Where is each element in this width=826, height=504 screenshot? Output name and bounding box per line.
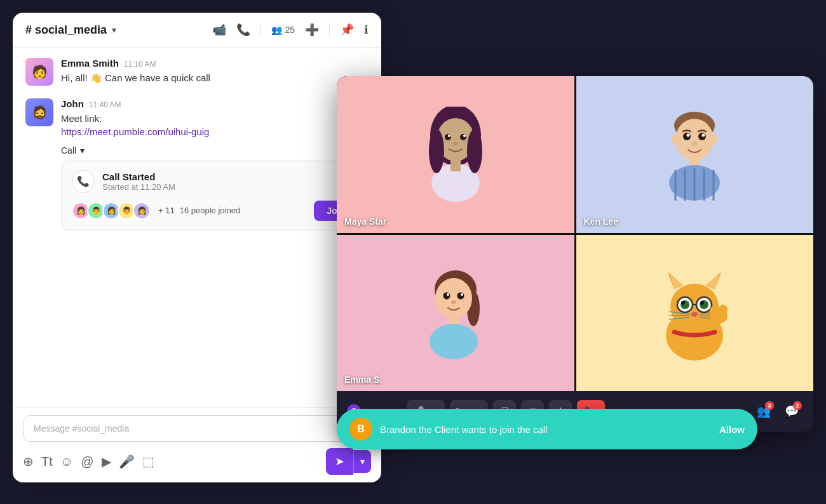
meet-link[interactable]: https://meet.pumble.com/uihui-guig — [61, 126, 209, 137]
add-member-icon[interactable]: ➕ — [305, 23, 319, 37]
info-icon[interactable]: ℹ — [364, 23, 369, 37]
maya-avatar-svg — [417, 107, 494, 202]
requester-avatar: B — [349, 418, 372, 441]
call-card-top: 📞 Call Started Started at 11:20 AM — [72, 170, 358, 193]
svg-point-10 — [467, 129, 482, 173]
svg-point-3 — [460, 134, 466, 140]
participants-joined-text: 16 people joined — [180, 206, 240, 215]
message-content: Emma Smith 11:10 AM Hi, all! 👋 Can we ha… — [61, 58, 369, 86]
svg-point-13 — [672, 134, 679, 145]
send-button[interactable]: ➤ — [326, 448, 353, 475]
svg-point-4 — [448, 135, 450, 137]
svg-point-29 — [435, 278, 472, 319]
allow-button[interactable]: Allow — [719, 424, 745, 435]
avatar-figure-emma — [337, 235, 574, 392]
call-started-title: Call Started — [102, 171, 175, 182]
members-icon: 👥 — [271, 25, 282, 35]
participant-avatar: 👩 — [133, 202, 151, 220]
video-label-ken: Ken Lee — [584, 216, 618, 227]
emma-avatar-svg — [417, 265, 494, 361]
message-placeholder: Message #social_media — [34, 423, 360, 434]
call-chevron-icon: ▾ — [80, 145, 85, 156]
chat-input-area: Message #social_media ⊕ Tt ☺ @ ▶ 🎤 ⬚ ➤ ▾ — [13, 407, 381, 482]
send-dropdown-button[interactable]: ▾ — [353, 450, 371, 473]
call-section: Call ▾ 📞 Call Started Started at 11:20 A… — [61, 145, 369, 230]
svg-point-32 — [447, 293, 449, 296]
microphone-icon[interactable]: 🎤 — [119, 454, 135, 469]
svg-point-14 — [710, 134, 717, 145]
svg-point-31 — [457, 292, 464, 299]
svg-rect-8 — [450, 159, 461, 171]
video-call-icon[interactable]: 📹 — [212, 23, 226, 37]
add-icon[interactable]: ⊕ — [23, 454, 34, 469]
cat-avatar-svg — [650, 265, 739, 361]
svg-point-48 — [681, 301, 685, 305]
message-time: 11:40 AM — [89, 100, 121, 109]
svg-point-17 — [687, 134, 690, 137]
chat-header-left: # social_media ▾ — [25, 23, 116, 37]
message-text: Hi, all! 👋 Can we have a quick call — [61, 71, 369, 86]
notification-text: Brandon the Client wants to join the cal… — [380, 424, 712, 435]
svg-point-50 — [691, 312, 698, 317]
chat-panel: # social_media ▾ 📹 📞 👥 25 ➕ 📌 ℹ 🧑 — [13, 13, 381, 482]
message-input-box[interactable]: Message #social_media — [23, 415, 371, 442]
call-label: Call — [61, 145, 76, 156]
chat-header-right: 📹 📞 👥 25 ➕ 📌 ℹ — [212, 23, 369, 37]
message-author: Emma Smith — [61, 58, 119, 69]
svg-point-49 — [700, 301, 704, 305]
video-grid: Maya Star — [337, 76, 813, 391]
call-info: Call Started Started at 11:20 AM — [102, 171, 175, 192]
message-item: 🧔 John 11:40 AM Meet link: https://meet.… — [25, 98, 369, 230]
join-request-notification: B Brandon the Client wants to join the c… — [337, 409, 757, 449]
svg-point-59 — [719, 305, 728, 315]
video-cell-maya: Maya Star — [337, 76, 574, 233]
video-call-panel: Maya Star — [337, 76, 813, 432]
header-divider — [261, 23, 261, 36]
call-started-subtitle: Started at 11:20 AM — [102, 182, 175, 192]
emoji-icon[interactable]: ☺ — [60, 454, 73, 469]
call-card: 📞 Call Started Started at 11:20 AM 👩 👨 👩 — [61, 161, 369, 230]
svg-point-36 — [430, 324, 478, 359]
header-divider-2 — [329, 23, 330, 36]
participants-overflow: + 11 — [158, 206, 175, 215]
channel-name: # social_media — [25, 23, 107, 37]
video-label-emma: Emma S. — [344, 375, 382, 385]
avatar-figure-maya — [337, 76, 574, 233]
text-format-icon[interactable]: Tt — [41, 454, 53, 469]
input-toolbar: ⊕ Tt ☺ @ ▶ 🎤 ⬚ ➤ ▾ — [23, 448, 371, 475]
video-label-maya: Maya Star — [344, 216, 386, 227]
svg-point-58 — [710, 305, 720, 317]
participant-avatars: 👩 👨 👩 👨 👩 — [72, 202, 148, 220]
svg-point-15 — [683, 133, 691, 140]
chevron-down-icon[interactable]: ▾ — [112, 25, 116, 35]
chat-header: # social_media ▾ 📹 📞 👥 25 ➕ 📌 ℹ — [13, 13, 381, 48]
participants-panel-button[interactable]: 👥 3 — [752, 400, 775, 423]
avatar-john: 🧔 — [25, 98, 53, 126]
call-participants-row: 👩 👨 👩 👨 👩 + 11 16 people joined Join — [72, 201, 358, 221]
svg-point-33 — [461, 293, 463, 296]
members-count[interactable]: 👥 25 — [271, 25, 295, 35]
message-author: John — [61, 98, 84, 109]
participants-badge: 3 — [765, 401, 774, 410]
svg-point-19 — [691, 141, 698, 146]
message-text: Meet link: — [61, 112, 369, 126]
video-cell-emma: Emma S. — [337, 235, 574, 392]
send-button-group: ➤ ▾ — [326, 448, 371, 475]
svg-point-30 — [443, 292, 450, 299]
chat-panel-button[interactable]: 💬 2 — [780, 400, 803, 423]
video-cell-ken: Ken Lee — [576, 76, 814, 233]
pin-icon[interactable]: 📌 — [340, 23, 354, 37]
message-header: John 11:40 AM — [61, 98, 369, 109]
mention-icon[interactable]: @ — [81, 454, 93, 469]
avatar-emma: 🧑 — [25, 58, 53, 86]
message-header: Emma Smith 11:10 AM — [61, 58, 369, 69]
phone-icon[interactable]: 📞 — [236, 23, 250, 37]
video-cell-cat — [576, 235, 814, 392]
svg-point-12 — [675, 119, 714, 161]
requester-initial: B — [357, 423, 365, 435]
snippet-icon[interactable]: ⬚ — [142, 454, 154, 469]
gif-icon[interactable]: ▶ — [102, 454, 111, 469]
chat-badge: 2 — [793, 401, 802, 410]
svg-point-34 — [451, 300, 456, 304]
call-toggle[interactable]: Call ▾ — [61, 145, 369, 156]
